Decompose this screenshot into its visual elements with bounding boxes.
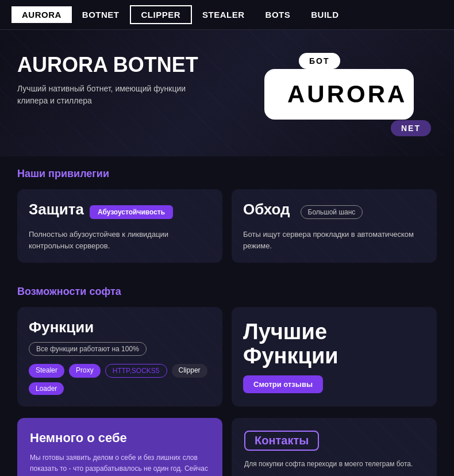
- bypass-card-header: Обход Большой шанс: [243, 201, 425, 223]
- contacts-card: Контакты Для покупки софта переходи в мо…: [232, 418, 437, 476]
- privileges-cards: Защита Абузоустойчивость Полностью абузо…: [17, 189, 437, 263]
- contacts-text: Для покупки софта переходи в моего телег…: [244, 459, 424, 469]
- tag-loader[interactable]: Loader: [29, 382, 64, 395]
- hero-right: БОТ AURORA NET: [264, 53, 437, 139]
- about-title: Немного о себе: [30, 431, 210, 446]
- tag-http-socks5[interactable]: HTTP,SOCKS5: [105, 364, 167, 378]
- nav-item-stealer[interactable]: STEALER: [192, 6, 255, 23]
- navigation: AURORA BOTNET CLIPPER STEALER BOTS BUILD: [0, 0, 454, 30]
- bypass-card: Обход Большой шанс Боты ищут сервера про…: [232, 189, 437, 263]
- bypass-text: Боты ищут сервера прокладки в автоматиче…: [243, 229, 425, 251]
- privileges-title: Наши привилегии: [17, 168, 437, 180]
- functions-title: Функции: [29, 318, 94, 336]
- protection-card: Защита Абузоустойчивость Полностью абузо…: [17, 189, 222, 263]
- hero-subtitle: Лучший нативный ботнет, имеющий функции …: [17, 83, 190, 107]
- bypass-title: Обход: [243, 201, 290, 218]
- features-title-accent: софта: [89, 286, 121, 297]
- aurora-box: AURORA: [264, 69, 414, 120]
- nav-item-build[interactable]: BUILD: [301, 6, 349, 23]
- reviews-button[interactable]: Смотри отзывы: [243, 375, 323, 393]
- privileges-title-plain: Наши: [17, 168, 48, 179]
- protection-text: Полностью абузоустойчев к ликвидации кон…: [29, 229, 211, 251]
- nav-item-aurora[interactable]: AURORA: [11, 6, 72, 23]
- functions-all-badge: Все функции работают на 100%: [29, 342, 147, 356]
- contacts-title: Контакты: [244, 431, 319, 451]
- features-section-title: Возможности софта: [17, 286, 437, 298]
- protection-badge[interactable]: Абузоустойчивость: [90, 205, 173, 219]
- functions-tags: Stealer Proxy HTTP,SOCKS5 Clipper Loader: [29, 364, 211, 395]
- privileges-title-accent: привилегии: [48, 168, 109, 179]
- nav-items: AURORA BOTNET CLIPPER STEALER BOTS BUILD: [11, 5, 349, 24]
- bypass-badge: Большой шанс: [301, 205, 363, 219]
- nav-item-bots[interactable]: BOTS: [255, 6, 301, 23]
- bottom-section: Немного о себе Мы готовы заявить делом о…: [0, 418, 454, 476]
- about-card: Немного о себе Мы готовы заявить делом о…: [17, 418, 222, 476]
- tag-clipper[interactable]: Clipper: [172, 364, 207, 378]
- net-badge: NET: [391, 120, 431, 136]
- privileges-section: Наши привилегии Защита Абузоустойчивость…: [0, 156, 454, 274]
- tag-proxy[interactable]: Proxy: [69, 364, 101, 378]
- bot-badge: БОТ: [299, 53, 340, 69]
- tag-stealer[interactable]: Stealer: [29, 364, 64, 378]
- features-cards: Функции Все функции работают на 100% Ste…: [17, 307, 437, 406]
- best-functions-title: Лучшие Функции: [243, 320, 425, 368]
- hero-section: AURORA BOTNET Лучший нативный ботнет, им…: [0, 30, 454, 156]
- functions-card: Функции Все функции работают на 100% Ste…: [17, 307, 222, 406]
- functions-header: Функции Все функции работают на 100%: [29, 318, 211, 356]
- protection-card-header: Защита Абузоустойчивость: [29, 201, 211, 223]
- hero-title: AURORA BOTNET: [17, 53, 198, 77]
- features-section: Возможности софта Функции Все функции ра…: [0, 274, 454, 418]
- hero-left: AURORA BOTNET Лучший нативный ботнет, им…: [17, 53, 198, 107]
- protection-title: Защита: [29, 201, 84, 218]
- nav-item-botnet[interactable]: BOTNET: [72, 6, 130, 23]
- aurora-box-text: AURORA: [287, 80, 391, 108]
- nav-item-clipper[interactable]: CLIPPER: [130, 5, 193, 24]
- about-text: Мы готовы заявить делом о себе и без лиш…: [30, 452, 210, 476]
- features-title-plain: Возможности: [17, 286, 89, 297]
- best-functions-card: Лучшие Функции Смотри отзывы: [232, 307, 437, 406]
